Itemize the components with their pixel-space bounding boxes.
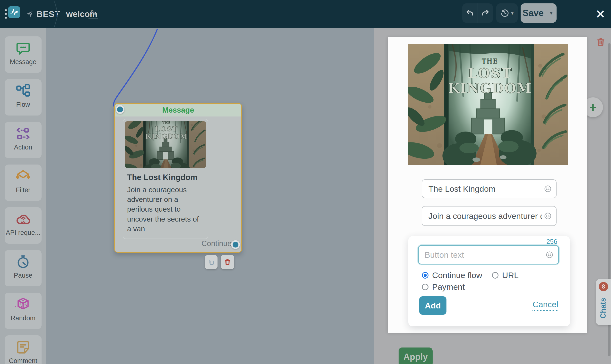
- kebab-menu-icon[interactable]: [3, 9, 8, 19]
- sidebar-item-pause[interactable]: Pause: [5, 250, 42, 286]
- pulse-logo-icon[interactable]: [8, 6, 20, 18]
- delete-node-button[interactable]: [221, 255, 234, 269]
- undo-button[interactable]: [462, 3, 478, 23]
- sidebar-item-label: Message: [10, 58, 36, 66]
- sidebar-item-label: Random: [11, 314, 35, 322]
- trash-icon: [224, 259, 231, 266]
- card-subtitle-field: [422, 206, 556, 226]
- char-counter: 256: [546, 238, 557, 246]
- button-type-options-row-1: Continue flow URL: [422, 271, 519, 280]
- history-icon: [500, 9, 509, 17]
- message-card: The Lost Kingdom Join a courageous adven…: [123, 119, 208, 239]
- telegram-icon: [26, 10, 34, 18]
- save-button[interactable]: Save: [521, 3, 546, 23]
- emoji-icon[interactable]: [546, 251, 553, 259]
- emoji-icon[interactable]: [544, 212, 552, 220]
- chats-unread-badge: 8: [599, 282, 608, 291]
- filter-icon: [15, 169, 31, 184]
- edit-flow-name-pencil-icon[interactable]: ✎: [88, 9, 98, 18]
- card-image-thumbnail: [125, 121, 206, 168]
- save-options-caret[interactable]: ▾: [546, 3, 556, 23]
- sidebar-item-label: API reque...: [6, 229, 41, 237]
- api-request-icon: [15, 211, 31, 227]
- add-button[interactable]: Add: [419, 296, 446, 315]
- close-icon[interactable]: ✕: [593, 7, 608, 21]
- radio-label: Continue flow: [432, 271, 482, 280]
- card-subtitle-input[interactable]: [422, 211, 544, 221]
- element-sidebar: Message Flow: [0, 28, 46, 364]
- delete-card-button[interactable]: [596, 37, 606, 47]
- node-output-port[interactable]: [231, 240, 240, 249]
- flow-editor-screen: BEST welcom ✎ ▾ Save ▾ ✕: [0, 0, 611, 364]
- undo-redo-group: [462, 3, 493, 23]
- apply-button[interactable]: Apply: [399, 348, 433, 364]
- button-text-field: [418, 245, 559, 264]
- copy-icon: [208, 259, 215, 265]
- card-title-input[interactable]: [422, 184, 544, 194]
- breadcrumb-separator: [54, 1, 59, 27]
- history-button[interactable]: ▾: [496, 3, 518, 23]
- comment-icon: [15, 339, 31, 355]
- radio-url[interactable]: URL: [492, 271, 519, 280]
- flow-icon: [15, 83, 31, 99]
- radio-selected-icon: [422, 272, 429, 279]
- sidebar-item-label: Action: [14, 144, 32, 151]
- card-description: Join a courageous adventurer on a perilo…: [127, 185, 204, 234]
- card-edit-panel: 256 Continue flow URL Paymen: [388, 37, 587, 333]
- sidebar-item-action[interactable]: Action: [5, 122, 42, 158]
- pause-icon: [15, 254, 31, 270]
- message-icon: [15, 40, 31, 56]
- radio-continue-flow[interactable]: Continue flow: [422, 271, 482, 280]
- radio-payment[interactable]: Payment: [422, 282, 465, 292]
- message-node[interactable]: Message The Lost Kingdom Join a courageo…: [114, 103, 242, 253]
- trash-icon: [596, 37, 606, 47]
- button-type-options-row-2: Payment: [422, 282, 465, 292]
- sidebar-item-flow[interactable]: Flow: [5, 79, 42, 116]
- plus-icon: +: [589, 100, 597, 115]
- action-icon: [15, 126, 31, 142]
- card-title-field: [422, 179, 556, 198]
- sidebar-item-api-request[interactable]: API reque...: [5, 207, 42, 244]
- sidebar-item-label: Flow: [16, 101, 30, 108]
- radio-unselected-icon: [492, 272, 499, 279]
- continue-output-label: Continue: [201, 239, 232, 248]
- node-input-port[interactable]: [116, 105, 125, 114]
- sidebar-item-comment[interactable]: Comment: [5, 335, 42, 364]
- chats-tab[interactable]: 8 Chats: [596, 279, 611, 325]
- radio-label: Payment: [432, 282, 465, 292]
- cancel-link[interactable]: Cancel: [532, 300, 558, 311]
- topbar: BEST welcom ✎ ▾ Save ▾ ✕: [0, 0, 611, 28]
- sidebar-item-label: Filter: [16, 186, 30, 194]
- chevron-down-icon: ▾: [550, 10, 553, 16]
- chevron-down-icon: ▾: [511, 11, 514, 16]
- card-image-preview[interactable]: [408, 44, 568, 165]
- duplicate-node-button[interactable]: [205, 255, 218, 269]
- radio-unselected-icon: [422, 284, 429, 290]
- sidebar-item-message[interactable]: Message: [5, 36, 42, 73]
- text-cursor: [424, 250, 424, 260]
- emoji-icon[interactable]: [544, 185, 552, 193]
- node-toolbar: [205, 255, 234, 269]
- button-editor-card: 256 Continue flow URL Paymen: [408, 236, 570, 326]
- save-split-button: Save ▾: [521, 3, 556, 23]
- radio-label: URL: [502, 271, 519, 280]
- random-icon: [15, 297, 31, 312]
- sidebar-item-filter[interactable]: Filter: [5, 165, 42, 201]
- sidebar-item-random[interactable]: Random: [5, 293, 42, 329]
- card-title: The Lost Kingdom: [127, 173, 204, 182]
- button-text-input[interactable]: [419, 250, 546, 260]
- sidebar-item-label: Comment: [9, 357, 37, 364]
- sidebar-item-label: Pause: [14, 272, 33, 279]
- redo-button[interactable]: [478, 3, 493, 23]
- message-node-header: Message: [115, 104, 241, 117]
- chats-tab-label: Chats: [598, 293, 609, 323]
